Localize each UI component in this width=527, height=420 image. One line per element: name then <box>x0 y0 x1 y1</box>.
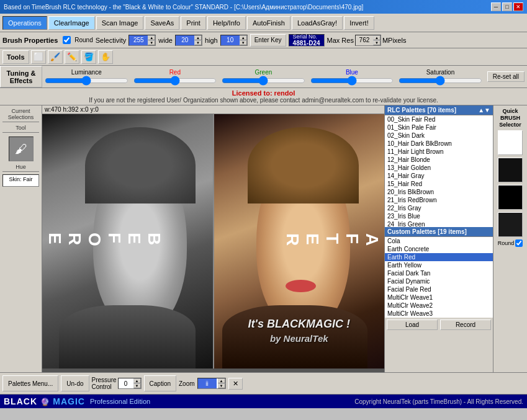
brush-swatch-white[interactable] <box>498 130 523 155</box>
load-palette-button[interactable]: Load <box>387 319 438 330</box>
tool-fill[interactable]: 🪣 <box>81 50 96 64</box>
custom-palette-item[interactable]: MultiClr Weave3 <box>385 310 493 318</box>
selectivity-down[interactable]: ▼ <box>148 40 155 45</box>
zoom-up[interactable]: ▲ <box>218 378 225 383</box>
sliders-area: Luminance Red Green Blue Saturation <box>42 69 485 85</box>
invert-button[interactable]: Invert! <box>344 16 374 30</box>
blue-label: Blue <box>346 69 358 76</box>
left-sidebar: Current Selections Tool 🖌 Hue Skin: Fair <box>0 105 42 372</box>
title-text: Based on TimeBrush RLC technology - the … <box>4 4 363 11</box>
rlc-palette-item[interactable]: 02_Skin Dark <box>385 132 493 140</box>
luminance-slider[interactable] <box>45 76 128 85</box>
saturation-slider[interactable] <box>399 76 482 85</box>
rlc-palette-item[interactable]: 13_Hair Golden <box>385 164 493 172</box>
palettes-menu-button[interactable]: Palettes Menu... <box>2 375 58 391</box>
custom-palette-item[interactable]: Earth Concrete <box>385 245 493 253</box>
mpixels-label: MPixels <box>382 37 407 44</box>
rlc-palette-item[interactable]: 01_Skin Pale Fair <box>385 123 493 132</box>
custom-palette-item[interactable]: MultiClr Weave2 <box>385 302 493 310</box>
custom-palette-item[interactable]: Cola <box>385 237 493 245</box>
max-res-up[interactable]: ▲ <box>373 35 381 40</box>
custom-palette-item[interactable]: Facial Pale Red <box>385 285 493 293</box>
brush-swatch-dark[interactable] <box>498 212 523 237</box>
brush-round-checkbox[interactable] <box>515 239 523 247</box>
tool-brush[interactable]: 🖌️ <box>48 50 63 64</box>
rlc-palette-item[interactable]: 12_Hair Blonde <box>385 156 493 164</box>
clear-image-button[interactable]: ClearImage <box>48 16 95 30</box>
rlc-palette-item[interactable]: 22_Iris Gray <box>385 204 493 212</box>
save-as-button[interactable]: SaveAs <box>145 16 179 30</box>
selectivity-input[interactable]: 255 <box>129 35 148 45</box>
maximize-button[interactable]: □ <box>502 2 512 11</box>
caption-button[interactable]: Caption <box>144 375 176 391</box>
red-slider[interactable] <box>133 76 217 85</box>
print-button[interactable]: Print <box>181 16 206 30</box>
max-res-down[interactable]: ▼ <box>373 40 381 45</box>
rlc-palette-item[interactable]: 14_Hair Gray <box>385 172 493 180</box>
tuning-row: Tuning & Effects Luminance Red Green Blu… <box>0 66 527 88</box>
custom-palette-item[interactable]: Facial Dark Tan <box>385 269 493 277</box>
round-checkbox[interactable] <box>63 36 71 44</box>
wide-input[interactable]: 20 <box>176 35 194 45</box>
wide-up[interactable]: ▲ <box>194 35 202 40</box>
zoom-down[interactable]: ▼ <box>218 383 225 388</box>
pressure-up[interactable]: ▲ <box>133 378 141 383</box>
rlc-palette-list[interactable]: 00_Skin Fair Red01_Skin Pale Fair02_Skin… <box>385 115 493 227</box>
enter-key-button[interactable]: Enter Key <box>250 34 286 47</box>
load-as-gray-button[interactable]: LoadAsGray! <box>292 16 343 30</box>
record-palette-button[interactable]: Record <box>440 319 491 330</box>
rlc-palette-item[interactable]: 11_Hair Light Brown <box>385 148 493 156</box>
hue-display: Skin: Fair <box>2 174 39 187</box>
selectivity-up[interactable]: ▲ <box>148 35 155 40</box>
brush-properties-bar: Brush Properties Round Selectivity 255 ▲… <box>0 32 527 48</box>
image-area: w:470 h:392 x:0 y:0 B E F O R E <box>42 105 384 372</box>
green-label: Green <box>254 69 272 76</box>
minimize-button[interactable]: ─ <box>491 2 501 11</box>
custom-palette-item[interactable]: MultiClr Weave1 <box>385 293 493 302</box>
wide-down[interactable]: ▼ <box>194 40 202 45</box>
rlc-palette-item[interactable]: 23_Iris Blue <box>385 212 493 220</box>
reset-all-button[interactable]: Re-set all <box>487 71 525 82</box>
rlc-palette-item[interactable]: 15_Hair Red <box>385 180 493 188</box>
help-info-button[interactable]: Help/Info <box>207 16 246 30</box>
high-input[interactable]: 10 <box>221 35 240 45</box>
operations-button[interactable]: Operations <box>2 16 47 30</box>
zoom-input[interactable]: ii <box>198 378 217 388</box>
pressure-spinner: 0 ▲ ▼ <box>118 378 142 389</box>
zoom-close-button[interactable]: ✕ <box>228 378 243 390</box>
auto-finish-button[interactable]: AutoFinish <box>247 16 291 30</box>
undo-button[interactable]: Un-do <box>61 375 89 391</box>
high-down[interactable]: ▼ <box>240 40 247 45</box>
green-slider[interactable] <box>222 76 305 85</box>
rlc-palette-item[interactable]: 10_Hair Dark BlkBrown <box>385 140 493 148</box>
tool-sample-display: 🖌 <box>9 136 34 161</box>
blue-slider[interactable] <box>310 76 394 85</box>
max-res-input[interactable]: 762 <box>356 35 373 45</box>
current-selections-label: Current Selections <box>2 108 39 122</box>
pressure-input[interactable]: 0 <box>119 378 133 388</box>
rlc-palette-item[interactable]: 00_Skin Fair Red <box>385 115 493 123</box>
pressure-down[interactable]: ▼ <box>133 383 141 388</box>
custom-palette-list[interactable]: ColaEarth ConcreteEarth RedEarth YellowF… <box>385 237 493 318</box>
rlc-palette-item[interactable]: 24_Iris Green <box>385 220 493 227</box>
custom-palette-item[interactable]: Earth Yellow <box>385 261 493 269</box>
tool-select[interactable]: ⬜ <box>31 50 46 64</box>
tool-hand[interactable]: ✋ <box>98 50 113 64</box>
rlc-palette-item[interactable]: 21_Iris RedBrown <box>385 196 493 204</box>
window-controls: ─ □ ✕ <box>491 2 523 11</box>
brush-swatch-black1[interactable] <box>498 158 523 182</box>
image-coords: w:470 h:392 x:0 y:0 <box>42 105 384 114</box>
high-spinner: 10 ▲ ▼ <box>220 35 248 46</box>
custom-palette-item[interactable]: Earth Red <box>385 253 493 261</box>
rlc-palette-item[interactable]: 20_Iris BlkBrown <box>385 188 493 196</box>
brush-swatch-black2[interactable] <box>498 185 523 210</box>
high-up[interactable]: ▲ <box>240 35 247 40</box>
selectivity-arrows: ▲ ▼ <box>148 35 155 45</box>
watermark: It's BLACKMAGIC ! by NeuralTek <box>248 318 350 344</box>
close-button[interactable]: ✕ <box>513 2 523 11</box>
palette-panel: RLC Palettes [70 items] ▲▼ 00_Skin Fair … <box>384 105 493 372</box>
licensed-to-text: Licensed to: rendol <box>2 89 525 97</box>
custom-palette-item[interactable]: Facial Dynamic <box>385 277 493 285</box>
scan-image-button[interactable]: Scan Image <box>96 16 144 30</box>
tool-pen[interactable]: ✏️ <box>65 50 79 64</box>
